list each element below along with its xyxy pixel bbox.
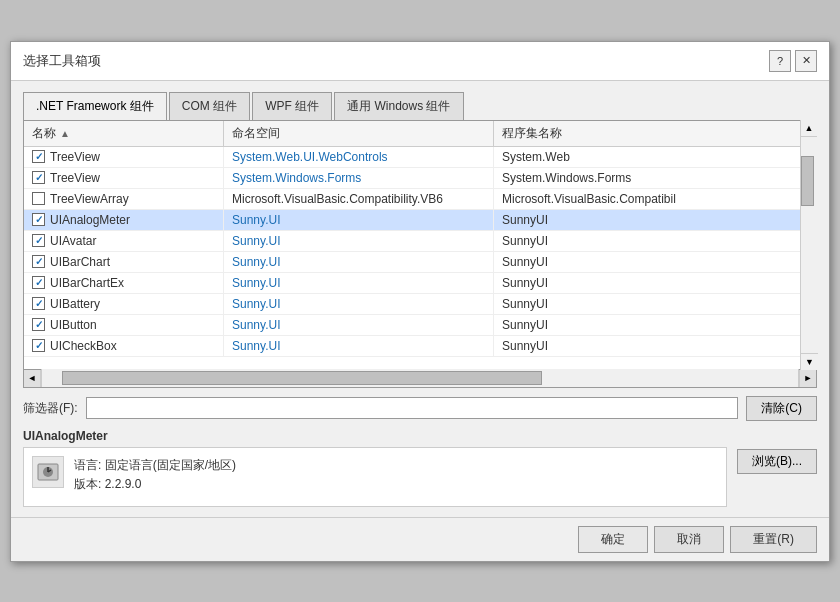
browse-button[interactable]: 浏览(B)... [737, 449, 817, 474]
sort-asc-icon: ▲ [60, 128, 70, 139]
component-icon-svg [36, 460, 60, 484]
row-checkbox[interactable] [32, 171, 45, 184]
horizontal-scrollbar[interactable]: ◄ ► [23, 370, 817, 388]
table-row[interactable]: UICheckBox Sunny.UI SunnyUI [24, 336, 816, 357]
table-row[interactable]: UIBarChart Sunny.UI SunnyUI [24, 252, 816, 273]
cell-assembly: SunnyUI [494, 231, 816, 251]
component-name: UIAnalogMeter [23, 429, 727, 443]
cell-assembly: SunnyUI [494, 294, 816, 314]
col-assembly-label: 程序集名称 [502, 125, 562, 142]
cell-namespace: Sunny.UI [224, 231, 494, 251]
info-left: UIAnalogMeter 语言: 固定语言(固定国家/地区) 版本: 2.2.… [23, 429, 727, 507]
cell-name: UIAvatar [24, 231, 224, 251]
table-row[interactable]: UIButton Sunny.UI SunnyUI [24, 315, 816, 336]
ok-button[interactable]: 确定 [578, 526, 648, 553]
cell-assembly: SunnyUI [494, 315, 816, 335]
scroll-left-btn[interactable]: ◄ [24, 369, 41, 387]
cell-assembly: System.Windows.Forms [494, 168, 816, 188]
cell-namespace: Sunny.UI [224, 210, 494, 230]
scroll-up-btn[interactable]: ▲ [801, 120, 817, 137]
row-checkbox[interactable] [32, 192, 45, 205]
table-wrapper: 名称 ▲ 命名空间 程序集名称 Tr [23, 120, 817, 370]
row-checkbox[interactable] [32, 276, 45, 289]
col-namespace[interactable]: 命名空间 [224, 121, 494, 146]
dialog-body: .NET Framework 组件 COM 组件 WPF 组件 通用 Windo… [11, 81, 829, 517]
cell-assembly: SunnyUI [494, 336, 816, 356]
cell-name: UIAnalogMeter [24, 210, 224, 230]
row-checkbox[interactable] [32, 255, 45, 268]
name-text: UIButton [50, 318, 97, 332]
row-checkbox[interactable] [32, 234, 45, 247]
cell-assembly: SunnyUI [494, 210, 816, 230]
cell-namespace: System.Windows.Forms [224, 168, 494, 188]
tab-bar: .NET Framework 组件 COM 组件 WPF 组件 通用 Windo… [23, 91, 817, 120]
cell-assembly: SunnyUI [494, 252, 816, 272]
cell-namespace: Sunny.UI [224, 336, 494, 356]
cell-name: UICheckBox [24, 336, 224, 356]
info-detail: 语言: 固定语言(固定国家/地区) 版本: 2.2.9.0 [23, 447, 727, 507]
row-checkbox[interactable] [32, 318, 45, 331]
cell-name: TreeViewArray [24, 189, 224, 209]
cell-namespace: Sunny.UI [224, 315, 494, 335]
reset-button[interactable]: 重置(R) [730, 526, 817, 553]
vertical-scrollbar[interactable]: ▲ ▼ [800, 120, 817, 370]
cell-namespace: Sunny.UI [224, 252, 494, 272]
scroll-thumb[interactable] [801, 156, 814, 206]
filter-row: 筛选器(F): 清除(C) [23, 396, 817, 421]
col-assembly[interactable]: 程序集名称 [494, 121, 816, 146]
help-button[interactable]: ? [769, 50, 791, 72]
tab-com[interactable]: COM 组件 [169, 92, 250, 121]
col-name-label: 名称 [32, 125, 56, 142]
component-table: 名称 ▲ 命名空间 程序集名称 Tr [23, 120, 817, 370]
close-button[interactable]: ✕ [795, 50, 817, 72]
col-name[interactable]: 名称 ▲ [24, 121, 224, 146]
table-row[interactable]: UIAvatar Sunny.UI SunnyUI [24, 231, 816, 252]
cell-namespace: Microsoft.VisualBasic.Compatibility.VB6 [224, 189, 494, 209]
footer-buttons: 确定 取消 重置(R) [11, 517, 829, 561]
cell-name: TreeView [24, 168, 224, 188]
filter-label: 筛选器(F): [23, 400, 78, 417]
cell-assembly: System.Web [494, 147, 816, 167]
table-row[interactable]: TreeView System.Web.UI.WebControls Syste… [24, 147, 816, 168]
table-row[interactable]: UIAnalogMeter Sunny.UI SunnyUI [24, 210, 816, 231]
h-scroll-thumb[interactable] [62, 371, 542, 385]
dialog: 选择工具箱项 ? ✕ .NET Framework 组件 COM 组件 WPF … [10, 41, 830, 562]
row-checkbox[interactable] [32, 150, 45, 163]
name-text: TreeViewArray [50, 192, 129, 206]
row-checkbox[interactable] [32, 213, 45, 226]
tab-universal[interactable]: 通用 Windows 组件 [334, 92, 463, 121]
component-icon [32, 456, 64, 488]
scroll-down-btn[interactable]: ▼ [801, 353, 818, 370]
cancel-button[interactable]: 取消 [654, 526, 724, 553]
cell-namespace: Sunny.UI [224, 294, 494, 314]
row-checkbox[interactable] [32, 339, 45, 352]
scroll-right-btn[interactable]: ► [799, 369, 816, 387]
cell-name: UIBattery [24, 294, 224, 314]
browse-section: 浏览(B)... [737, 429, 817, 507]
version-info: 版本: 2.2.9.0 [74, 475, 236, 494]
filter-input[interactable] [86, 397, 739, 419]
tab-wpf[interactable]: WPF 组件 [252, 92, 332, 121]
h-scroll-track [41, 369, 799, 387]
name-text: UIBattery [50, 297, 100, 311]
tab-dotnet[interactable]: .NET Framework 组件 [23, 92, 167, 121]
table-row[interactable]: UIBattery Sunny.UI SunnyUI [24, 294, 816, 315]
name-text: UIBarChart [50, 255, 110, 269]
cell-name: UIBarChartEx [24, 273, 224, 293]
dialog-title: 选择工具箱项 [23, 52, 101, 70]
clear-button[interactable]: 清除(C) [746, 396, 817, 421]
cell-namespace: Sunny.UI [224, 273, 494, 293]
table-body: TreeView System.Web.UI.WebControls Syste… [24, 147, 816, 367]
cell-name: UIBarChart [24, 252, 224, 272]
table-row[interactable]: UIBarChartEx Sunny.UI SunnyUI [24, 273, 816, 294]
name-text: TreeView [50, 171, 100, 185]
table-row[interactable]: TreeViewArray Microsoft.VisualBasic.Comp… [24, 189, 816, 210]
row-checkbox[interactable] [32, 297, 45, 310]
cell-namespace: System.Web.UI.WebControls [224, 147, 494, 167]
cell-name: UIButton [24, 315, 224, 335]
name-text: UIAnalogMeter [50, 213, 130, 227]
name-text: UIBarChartEx [50, 276, 124, 290]
table-row[interactable]: TreeView System.Windows.Forms System.Win… [24, 168, 816, 189]
cell-name: TreeView [24, 147, 224, 167]
language-info: 语言: 固定语言(固定国家/地区) [74, 456, 236, 475]
